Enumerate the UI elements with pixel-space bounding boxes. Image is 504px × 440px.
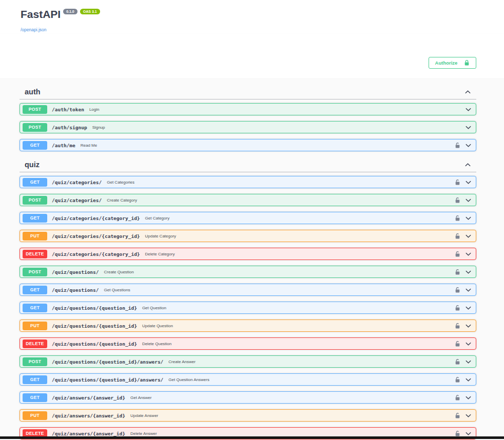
endpoint-row-post-1[interactable]: POST /auth/signup Signup [20,121,476,133]
padlock-unlocked-icon[interactable] [455,323,460,329]
endpoint-path: /quiz/questions/{question_id} [52,341,137,347]
endpoint-description: Get Category [145,216,170,221]
padlock-unlocked-icon[interactable] [455,341,460,347]
title-line: FastAPI 0.1.0 OAS 3.1 [21,8,483,21]
endpoint-row-get-12[interactable]: GET /quiz/answers/{answer_id} Get Answer [20,391,476,404]
api-info-header: FastAPI 0.1.0 OAS 3.1 /openapi.json [0,0,504,33]
endpoint-description: Create Category [107,198,137,203]
chevron-up-icon[interactable] [464,89,471,95]
chevron-down-icon[interactable] [465,197,472,204]
endpoint-path: /quiz/categories/{category_id} [52,215,140,221]
api-section: auth POST /auth/token Login POST /auth/s… [20,86,476,151]
chevron-down-icon[interactable] [465,341,472,347]
endpoint-row-delete-9[interactable]: DELETE /quiz/questions/{question_id} Del… [20,337,476,350]
chevron-down-icon[interactable] [465,142,472,149]
api-sections: auth POST /auth/token Login POST /auth/s… [0,78,504,439]
openapi-spec-link[interactable]: /openapi.json [21,27,47,32]
endpoint-description: Get Questions [104,288,130,292]
chevron-down-icon[interactable] [465,106,472,113]
endpoint-description: Read Me [81,143,97,148]
endpoint-path: /auth/signup [52,125,87,130]
padlock-unlocked-icon[interactable] [455,197,460,204]
authorize-label: Authorize [435,60,458,66]
api-section: quiz GET /quiz/categories/ Get Categorie… [20,158,476,439]
endpoint-path: /quiz/answers/{answer_id} [52,431,125,436]
endpoint-path: /auth/me [52,143,75,148]
padlock-unlocked-icon[interactable] [455,269,460,275]
chevron-down-icon[interactable] [465,376,472,383]
chevron-down-icon[interactable] [465,179,472,186]
endpoint-path: /quiz/questions/{question_id}/answers/ [52,377,163,383]
chevron-down-icon[interactable] [465,305,472,311]
endpoint-row-get-7[interactable]: GET /quiz/questions/{question_id} Get Qu… [20,302,476,314]
padlock-unlocked-icon[interactable] [455,251,460,257]
method-badge: GET [23,214,47,223]
endpoint-row-post-0[interactable]: POST /auth/token Login [20,103,476,115]
method-badge: GET [23,178,47,187]
padlock-unlocked-icon[interactable] [455,412,460,419]
padlock-unlocked-icon[interactable] [455,215,460,222]
padlock-unlocked-icon[interactable] [455,430,460,437]
endpoint-description: Create Question [104,270,134,274]
padlock-unlocked-icon[interactable] [455,287,460,293]
endpoint-description: Create Answer [168,359,195,364]
endpoint-path: /quiz/questions/{question_id} [52,323,137,329]
endpoint-description: Update Answer [130,413,158,418]
bottom-divider-bar [0,436,504,439]
chevron-down-icon[interactable] [465,412,472,419]
method-badge: POST [23,196,47,205]
endpoint-description: Update Category [145,234,176,238]
endpoint-description: Login [89,107,100,112]
endpoint-path: /quiz/categories/ [52,197,102,203]
version-badge: 0.1.0 [63,9,77,14]
chevron-down-icon[interactable] [465,233,472,239]
endpoint-row-put-13[interactable]: PUT /quiz/answers/{answer_id} Update Ans… [20,409,476,422]
endpoint-description: Get Question Answers [168,377,209,382]
padlock-unlocked-icon[interactable] [455,179,460,186]
endpoint-row-get-0[interactable]: GET /quiz/categories/ Get Categories [20,176,476,188]
endpoint-row-put-8[interactable]: PUT /quiz/questions/{question_id} Update… [20,319,476,332]
section-rows: GET /quiz/categories/ Get Categories POS… [20,176,476,439]
chevron-down-icon[interactable] [465,430,472,437]
endpoint-path: /quiz/categories/{category_id} [52,251,140,257]
padlock-unlocked-icon[interactable] [455,394,460,401]
padlock-unlocked-icon[interactable] [455,305,460,311]
chevron-down-icon[interactable] [465,287,472,293]
endpoint-path: /quiz/categories/{category_id} [52,233,140,239]
chevron-down-icon[interactable] [465,323,472,329]
method-badge: DELETE [23,250,47,258]
endpoint-description: Delete Answer [130,431,157,436]
chevron-down-icon[interactable] [465,269,472,275]
scheme-container: Authorize [0,33,504,78]
padlock-unlocked-icon[interactable] [455,358,460,365]
chevron-down-icon[interactable] [465,124,472,131]
chevron-down-icon[interactable] [465,251,472,257]
endpoint-description: Get Categories [107,180,134,185]
endpoint-row-put-3[interactable]: PUT /quiz/categories/{category_id} Updat… [20,230,476,242]
padlock-unlocked-icon[interactable] [455,142,460,149]
endpoint-row-get-6[interactable]: GET /quiz/questions/ Get Questions [20,284,476,296]
endpoint-row-delete-4[interactable]: DELETE /quiz/categories/{category_id} De… [20,248,476,260]
endpoint-path: /auth/token [52,107,84,112]
chevron-down-icon[interactable] [465,394,472,401]
padlock-unlocked-icon[interactable] [455,233,460,239]
endpoint-path: /quiz/questions/ [52,269,99,275]
method-badge: GET [23,375,47,384]
authorize-button[interactable]: Authorize [429,57,476,69]
chevron-down-icon[interactable] [465,358,472,365]
method-badge: PUT [23,411,47,420]
endpoint-row-post-1[interactable]: POST /quiz/categories/ Create Category [20,194,476,206]
method-badge: POST [23,357,47,366]
endpoint-row-get-2[interactable]: GET /auth/me Read Me [20,139,476,151]
section-auth-header[interactable]: auth [20,86,476,99]
endpoint-path: /quiz/categories/ [52,179,102,185]
chevron-down-icon[interactable] [465,215,472,222]
endpoint-row-get-2[interactable]: GET /quiz/categories/{category_id} Get C… [20,212,476,224]
endpoint-row-get-11[interactable]: GET /quiz/questions/{question_id}/answer… [20,373,476,386]
endpoint-row-post-10[interactable]: POST /quiz/questions/{question_id}/answe… [20,355,476,368]
section-quiz-header[interactable]: quiz [20,158,476,172]
endpoint-description: Get Question [142,306,166,310]
chevron-up-icon[interactable] [464,162,471,168]
padlock-unlocked-icon[interactable] [455,376,460,383]
endpoint-row-post-5[interactable]: POST /quiz/questions/ Create Question [20,266,476,278]
